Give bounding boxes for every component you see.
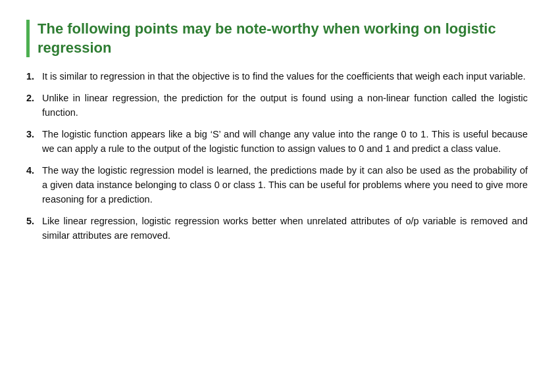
slide-container: The following points may be note-worthy … <box>0 0 554 392</box>
list-item: 2. Unlike in linear regression, the pred… <box>26 91 528 120</box>
list-number-4: 4. <box>26 163 38 178</box>
list-item: 4. The way the logistic regression model… <box>26 163 528 207</box>
list-text-1: It is similar to regression in that the … <box>42 69 528 84</box>
list-text-5: Like linear regression, logistic regress… <box>42 214 528 243</box>
slide-title: The following points may be note-worthy … <box>38 20 528 57</box>
list-number-3: 3. <box>26 127 38 141</box>
title-accent-bar <box>26 20 30 57</box>
title-section: The following points may be note-worthy … <box>26 20 528 57</box>
list-number-2: 2. <box>26 91 38 105</box>
list-item: 3. The logistic function appears like a … <box>26 127 528 157</box>
list-item: 1. It is similar to regression in that t… <box>26 69 528 84</box>
list-text-4: The way the logistic regression model is… <box>42 163 528 207</box>
content-section: 1. It is similar to regression in that t… <box>26 69 528 250</box>
list-number-1: 1. <box>26 69 38 84</box>
list-number-5: 5. <box>26 214 38 228</box>
list-text-3: The logistic function appears like a big… <box>42 127 528 157</box>
list-item: 5. Like linear regression, logistic regr… <box>26 214 528 243</box>
list-text-2: Unlike in linear regression, the predict… <box>42 91 528 120</box>
